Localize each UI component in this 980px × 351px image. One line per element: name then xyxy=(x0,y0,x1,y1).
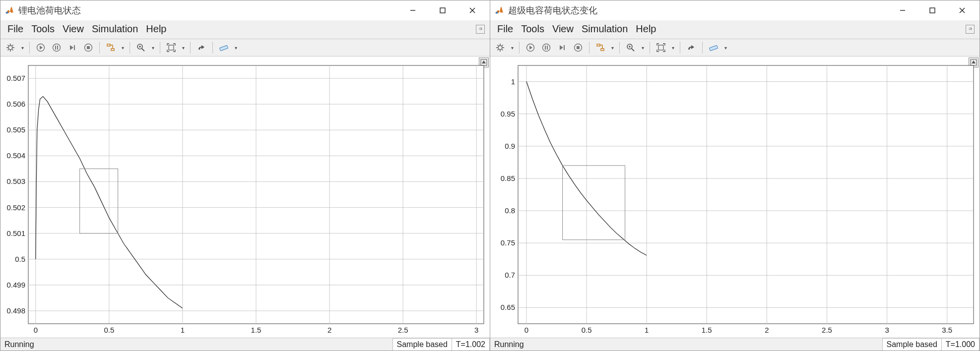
menu-file[interactable]: File xyxy=(5,23,25,35)
stop-icon[interactable] xyxy=(571,41,585,55)
highlight-icon[interactable] xyxy=(593,41,607,55)
svg-line-77 xyxy=(498,45,499,46)
svg-rect-89 xyxy=(577,46,580,49)
dropdown-icon[interactable]: ▾ xyxy=(180,45,186,51)
plot-area: 00.511.522.533.50.650.70.750.80.850.90.9… xyxy=(490,57,980,338)
svg-text:0: 0 xyxy=(524,326,528,334)
line-chart[interactable]: 00.511.522.530.4980.4990.50.5010.5020.50… xyxy=(0,57,490,338)
float-icon[interactable] xyxy=(684,41,698,55)
dropdown-icon[interactable]: ▾ xyxy=(150,45,156,51)
line-chart[interactable]: 00.511.522.533.50.650.70.750.80.850.90.9… xyxy=(490,57,980,338)
dropdown-icon[interactable]: ▾ xyxy=(722,45,728,51)
menubar: File Tools View Simulation Help xyxy=(0,20,490,39)
svg-text:0.502: 0.502 xyxy=(6,203,25,212)
window-title: 锂电池荷电状态 xyxy=(18,4,398,16)
svg-text:1.5: 1.5 xyxy=(251,326,261,334)
status-state: Running xyxy=(490,338,883,351)
dropdown-icon[interactable]: ▾ xyxy=(120,45,126,51)
maximize-button[interactable] xyxy=(428,1,457,19)
svg-text:0.7: 0.7 xyxy=(505,271,515,279)
ruler-icon[interactable] xyxy=(217,41,231,55)
close-button[interactable] xyxy=(948,1,977,19)
maximize-button[interactable] xyxy=(918,1,947,19)
svg-text:1: 1 xyxy=(511,77,515,86)
menu-simulation[interactable]: Simulation xyxy=(580,23,630,35)
fit-icon[interactable] xyxy=(164,41,178,55)
menu-tools[interactable]: Tools xyxy=(519,23,546,35)
toolbar: ▾ ▾ ▾ ▾ ▾ xyxy=(0,39,490,57)
float-icon[interactable] xyxy=(195,41,208,55)
minimize-button[interactable] xyxy=(888,1,917,19)
matlab-icon xyxy=(4,5,14,15)
zoom-icon[interactable] xyxy=(134,41,148,55)
dropdown-icon[interactable]: ▾ xyxy=(233,45,239,51)
svg-rect-1 xyxy=(440,8,445,13)
menu-file[interactable]: File xyxy=(495,23,515,35)
run-icon[interactable] xyxy=(523,41,537,55)
svg-text:0.9: 0.9 xyxy=(505,142,515,150)
dropdown-icon[interactable]: ▾ xyxy=(509,45,515,51)
svg-line-80 xyxy=(498,50,499,51)
svg-text:0.503: 0.503 xyxy=(6,177,25,185)
status-state: Running xyxy=(0,338,393,351)
svg-text:0.5: 0.5 xyxy=(104,326,114,334)
menubar-extra-button[interactable] xyxy=(966,25,975,34)
svg-text:1.5: 1.5 xyxy=(702,326,712,334)
step-icon[interactable] xyxy=(555,41,569,55)
dropdown-icon[interactable]: ▾ xyxy=(19,45,25,51)
svg-rect-97 xyxy=(709,45,718,51)
ruler-icon[interactable] xyxy=(707,41,720,55)
svg-text:2.5: 2.5 xyxy=(398,326,408,334)
svg-text:2.5: 2.5 xyxy=(822,326,832,334)
run-icon[interactable] xyxy=(34,41,48,55)
pause-icon[interactable] xyxy=(50,41,64,55)
stop-icon[interactable] xyxy=(81,41,95,55)
status-sample: Sample based xyxy=(393,338,452,351)
svg-rect-84 xyxy=(545,46,546,50)
svg-text:0.507: 0.507 xyxy=(6,74,25,82)
svg-text:0.504: 0.504 xyxy=(6,151,25,160)
step-icon[interactable] xyxy=(65,41,79,55)
svg-text:3: 3 xyxy=(474,326,478,334)
minimize-button[interactable] xyxy=(398,1,427,19)
svg-point-72 xyxy=(498,46,502,50)
svg-point-15 xyxy=(53,44,61,52)
close-button[interactable] xyxy=(458,1,487,19)
zoom-icon[interactable] xyxy=(624,41,638,55)
svg-rect-87 xyxy=(564,45,565,50)
toolbar: ▾ ▾ ▾ ▾ ▾ xyxy=(490,39,980,57)
svg-rect-17 xyxy=(57,46,58,50)
status-sample: Sample based xyxy=(883,338,942,351)
menu-tools[interactable]: Tools xyxy=(29,23,57,35)
svg-marker-86 xyxy=(560,45,563,50)
svg-text:0.505: 0.505 xyxy=(6,125,25,134)
gear-icon[interactable] xyxy=(493,41,507,55)
dropdown-icon[interactable]: ▾ xyxy=(670,45,676,51)
svg-text:2: 2 xyxy=(765,326,769,334)
svg-text:0.5: 0.5 xyxy=(582,326,592,334)
svg-rect-21 xyxy=(87,46,90,49)
svg-text:0.5: 0.5 xyxy=(15,255,25,263)
gear-icon[interactable] xyxy=(3,41,17,55)
menu-help[interactable]: Help xyxy=(144,23,168,35)
dropdown-icon[interactable]: ▾ xyxy=(609,45,615,51)
svg-text:0.506: 0.506 xyxy=(6,100,25,108)
dropdown-icon[interactable]: ▾ xyxy=(640,45,646,51)
fit-icon[interactable] xyxy=(654,41,668,55)
menubar-extra-button[interactable] xyxy=(476,25,485,34)
svg-point-83 xyxy=(543,44,550,52)
svg-rect-90 xyxy=(597,44,600,46)
titlebar: 锂电池荷电状态 xyxy=(0,0,490,20)
svg-text:0.499: 0.499 xyxy=(6,281,25,289)
menu-simulation[interactable]: Simulation xyxy=(90,23,140,35)
svg-line-9 xyxy=(8,45,9,46)
status-time: T=1.002 xyxy=(452,338,490,351)
svg-line-25 xyxy=(142,49,144,51)
menu-view[interactable]: View xyxy=(61,23,86,35)
highlight-icon[interactable] xyxy=(104,41,118,55)
pause-icon[interactable] xyxy=(539,41,553,55)
menu-view[interactable]: View xyxy=(550,23,576,35)
svg-text:0.95: 0.95 xyxy=(501,110,515,118)
svg-line-78 xyxy=(502,50,503,51)
menu-help[interactable]: Help xyxy=(634,23,658,35)
